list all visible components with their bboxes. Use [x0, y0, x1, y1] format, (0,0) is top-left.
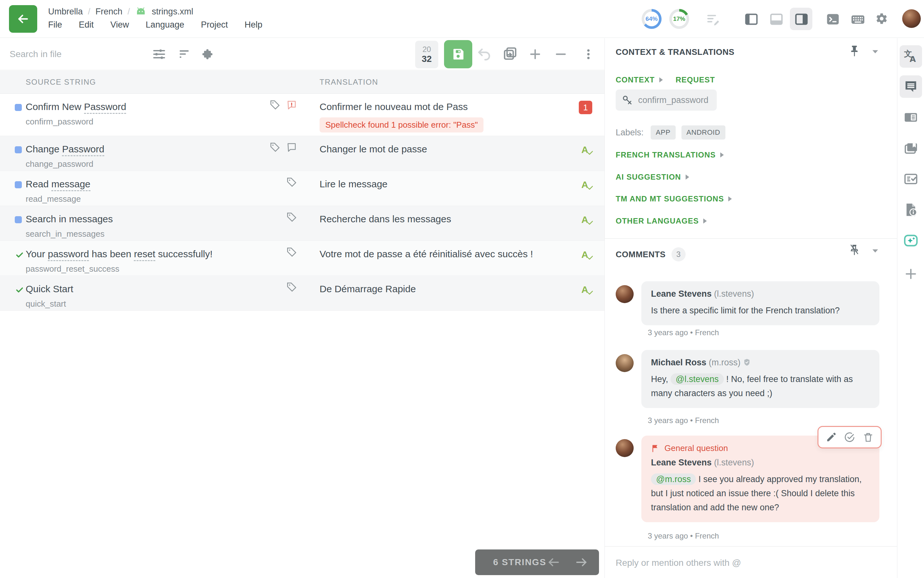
avatar [615, 354, 633, 372]
duplicate-icon[interactable] [502, 45, 518, 62]
comment-icon[interactable] [286, 142, 297, 153]
layout-right-icon[interactable] [794, 11, 809, 27]
collapse-chevron-icon[interactable] [871, 49, 879, 56]
label-android[interactable]: ANDROID [682, 125, 726, 140]
menu-project[interactable]: Project [201, 20, 228, 30]
comment-author: Michael Ross (m.ross) [651, 358, 870, 368]
prev-page-icon[interactable] [547, 555, 560, 569]
collapse-chevron-icon[interactable] [871, 248, 879, 255]
tag-icon[interactable] [286, 177, 297, 188]
tab-context[interactable]: CONTEXT [615, 75, 655, 84]
keyboard-icon[interactable] [850, 11, 866, 27]
context-panel: CONTEXT & TRANSLATIONS CONTEXT REQUEST c… [604, 38, 897, 578]
section-tm-mt-suggestions[interactable]: TM AND MT SUGGESTIONS [615, 194, 732, 203]
comment[interactable]: Leane Stevens (l.stevens) Is there a spe… [641, 281, 879, 325]
comment-flagged[interactable]: General question Leane Stevens (l.steven… [641, 435, 879, 522]
checklist-icon[interactable] [900, 168, 922, 190]
user-avatar[interactable] [902, 9, 921, 28]
minus-icon[interactable] [552, 46, 569, 63]
menu-file[interactable]: File [48, 20, 62, 30]
breadcrumb-project[interactable]: Umbrella [48, 7, 83, 17]
strings-pagination[interactable]: 6 STRINGS [475, 549, 599, 575]
save-button[interactable] [444, 40, 472, 68]
delete-comment-button[interactable] [863, 432, 874, 443]
tab-request[interactable]: REQUEST [676, 75, 715, 84]
menu-help[interactable]: Help [244, 20, 262, 30]
gear-icon[interactable] [874, 11, 889, 27]
undo-icon[interactable] [476, 45, 493, 62]
resolve-comment-button[interactable] [844, 432, 855, 443]
tag-icon[interactable] [270, 142, 280, 153]
string-counter[interactable]: 20 32 [415, 41, 438, 68]
string-key: password_reset_success [26, 264, 119, 274]
context-card-icon[interactable] [900, 106, 922, 128]
next-page-icon[interactable] [575, 555, 588, 569]
string-row-password-reset-success[interactable]: Your password has been reset successfull… [0, 241, 604, 276]
string-row-change-password[interactable]: Change Password change_password Changer … [0, 136, 604, 171]
column-source-string: SOURCE STRING [26, 78, 96, 87]
mention-link[interactable]: @m.ross [651, 473, 696, 485]
string-row-quick-start[interactable]: Quick Start quick_start De Démarrage Rap… [0, 276, 604, 311]
terminal-icon[interactable] [825, 11, 841, 27]
string-key: search_in_messages [26, 229, 105, 239]
section-ai-suggestion[interactable]: AI SUGGESTION [615, 172, 689, 182]
comment-text: @m.ross I see you already approved my tr… [651, 472, 870, 515]
editor-main: 20 32 SOURCE STRING TRAN [0, 38, 604, 578]
arrow-left-icon [16, 12, 30, 26]
comment-author: Leane Stevens (l.stevens) [651, 289, 870, 299]
pages-icon[interactable] [900, 137, 922, 159]
filter-icon[interactable] [176, 46, 193, 63]
puzzle-icon[interactable] [200, 46, 217, 63]
reply-input[interactable] [615, 555, 879, 571]
menu-view[interactable]: View [110, 20, 129, 30]
comment-meta: 3 years ago • French [648, 531, 719, 541]
approved-progress-ring[interactable]: 17% [669, 9, 689, 29]
search-input[interactable] [10, 46, 145, 63]
back-button[interactable] [9, 5, 37, 33]
avatar [615, 285, 633, 303]
layout-bottom-icon[interactable] [769, 11, 784, 27]
file-info-icon[interactable] [900, 198, 922, 221]
string-row-read-message[interactable]: Read message read_message Lire le messag… [0, 171, 604, 206]
unpin-icon[interactable] [849, 244, 860, 258]
section-other-languages[interactable]: OTHER LANGUAGES [615, 216, 707, 226]
kebab-icon[interactable] [580, 46, 597, 63]
layout-left-icon[interactable] [744, 11, 759, 27]
comment-alert-icon[interactable] [286, 99, 297, 110]
pencil-icon [826, 432, 837, 443]
edit-comment-button[interactable] [826, 432, 837, 443]
menu-language[interactable]: Language [146, 20, 184, 30]
label-app[interactable]: APP [651, 125, 676, 140]
tag-icon[interactable] [270, 99, 280, 110]
comment-meta: 3 years ago • French [648, 416, 719, 425]
source-string: Your password has been reset successfull… [26, 248, 213, 260]
ai-sparkle-icon[interactable] [900, 229, 922, 252]
string-key-value: confirm_password [638, 95, 708, 105]
string-key-pill[interactable]: confirm_password [615, 89, 717, 110]
compose-icon[interactable] [705, 11, 721, 27]
menu-edit[interactable]: Edit [79, 20, 94, 30]
status-in-progress-icon [15, 216, 22, 224]
sliders-icon[interactable] [151, 46, 167, 63]
pin-icon[interactable] [849, 45, 860, 59]
breadcrumb-language[interactable]: French [96, 7, 123, 17]
svg-text:A: A [909, 55, 916, 64]
tag-icon[interactable] [286, 247, 297, 258]
string-row-confirm-password[interactable]: Confirm New Password confirm_password Co… [0, 94, 604, 136]
breadcrumb-file[interactable]: strings.xml [152, 7, 193, 17]
status-in-progress-icon [15, 104, 22, 112]
add-panel-icon[interactable] [900, 263, 922, 285]
translated-progress-ring[interactable]: 64% [641, 9, 662, 29]
plus-icon[interactable] [527, 46, 544, 63]
issue-count-badge[interactable]: 1 [579, 101, 592, 114]
string-row-search-in-messages[interactable]: Search in messages search_in_messages Re… [0, 206, 604, 241]
chevron-right-icon [659, 77, 663, 83]
translate-icon[interactable]: 文A [900, 45, 922, 68]
mention-link[interactable]: @l.stevens [671, 373, 724, 385]
comment[interactable]: Michael Ross (m.ross) Hey, @l.stevens ! … [641, 350, 879, 408]
tag-icon[interactable] [286, 212, 297, 222]
comments-icon[interactable] [900, 75, 922, 98]
tag-icon[interactable] [286, 282, 297, 292]
approved-spellcheck-icon: A [581, 284, 596, 299]
section-french-translations[interactable]: FRENCH TRANSLATIONS [615, 151, 724, 159]
